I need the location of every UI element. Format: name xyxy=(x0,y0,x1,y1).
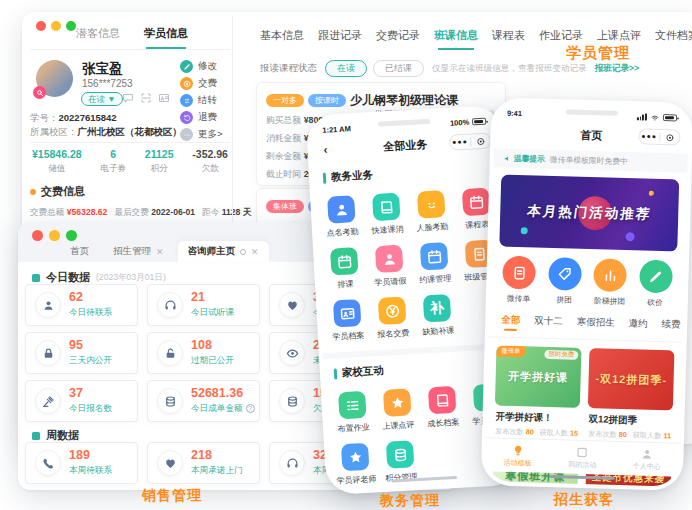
back-icon[interactable]: ‹ xyxy=(323,143,328,157)
stat-card-本周承诺上门[interactable]: 218本周承诺上门 xyxy=(147,442,260,484)
stat-card-本周待联系[interactable]: 189本周待联系 xyxy=(25,442,138,484)
scan-icon[interactable] xyxy=(140,92,152,104)
action-label: 交费 xyxy=(198,77,217,90)
exit-icon[interactable] xyxy=(660,132,680,142)
campaign-tab-续费[interactable]: 续费 xyxy=(661,318,680,336)
more-icon[interactable]: ●●● xyxy=(639,129,659,144)
stat-label: 今日试听课 xyxy=(191,307,234,319)
app-label: 上课点评 xyxy=(382,419,415,432)
tabbar-个人中心[interactable]: 个人中心 xyxy=(633,447,662,472)
filter-pill-在读[interactable]: 在读 xyxy=(325,60,367,77)
detail-tab-课程表[interactable]: 课程表 xyxy=(492,28,525,50)
app-学员请假[interactable]: 学员请假 xyxy=(366,244,413,288)
exit-icon[interactable] xyxy=(470,136,490,146)
wallet-stat: 21125积分 xyxy=(145,148,174,175)
action-label: 结转 xyxy=(198,94,217,107)
id-icon[interactable] xyxy=(158,92,170,104)
window-close-dot[interactable] xyxy=(32,230,43,241)
stat-label: 欠款 xyxy=(192,163,228,175)
action-退费[interactable]: 退费 xyxy=(180,109,232,126)
app-label: 学员请假 xyxy=(374,275,407,288)
detail-tab-基本信息[interactable]: 基本信息 xyxy=(260,28,304,50)
quick-砍价[interactable]: 砍价 xyxy=(638,259,672,308)
window-tab-首页[interactable]: 首页 xyxy=(60,241,99,262)
campaign-tab-寒假招生[interactable]: 寒假招生 xyxy=(576,316,614,334)
action-更多>[interactable]: 更多> xyxy=(180,126,232,143)
quick-阶梯拼团[interactable]: 阶梯拼团 xyxy=(593,258,627,307)
app-布置作业[interactable]: 布置作业 xyxy=(329,390,376,434)
app-缺勤补课[interactable]: 补缺勤补课 xyxy=(414,293,461,337)
course-badge: 集体班 xyxy=(266,200,304,213)
quick-拼团[interactable]: 拼团 xyxy=(547,257,581,306)
window-tab-招生管理[interactable]: 招生管理✕ xyxy=(103,241,174,262)
action-交费[interactable]: 交费 xyxy=(180,75,232,92)
app-上课点评[interactable]: 上课点评 xyxy=(374,388,421,432)
notice-bar[interactable]: 温馨提示 微传单模板限时免费中 xyxy=(494,148,688,172)
coins-icon xyxy=(279,388,305,414)
tabbar-我的活动[interactable]: 我的活动 xyxy=(568,445,597,470)
teal-bar-icon xyxy=(323,172,327,183)
student-no-row: 学号：20227615842 xyxy=(30,112,117,125)
status-time: 9:41 xyxy=(507,109,522,118)
app-快速课消[interactable]: 快速课消 xyxy=(363,192,410,236)
campaign-tab-邀约[interactable]: 邀约 xyxy=(628,317,647,335)
tabbar-活动模板[interactable]: 活动模板 xyxy=(503,443,532,468)
campaign-card-开学拼好课！[interactable]: 微传单限时免费开学拼好课开学拼好课！发布次数 80获取人数 15 xyxy=(494,345,582,438)
app-点名考勤[interactable]: 点名考勤 xyxy=(318,195,365,239)
info-icon[interactable]: ? xyxy=(246,404,255,413)
doc-icon xyxy=(502,256,536,290)
window-tab-咨询师主页[interactable]: 咨询师主页✕ xyxy=(178,241,269,262)
publish-count: 发布次数 80 xyxy=(495,426,534,437)
app-人脸考勤[interactable]: 人脸考勤 xyxy=(408,190,455,234)
detail-tab-班课信息[interactable]: 班课信息 xyxy=(434,28,478,50)
miniprogram-capsule[interactable]: ●●● xyxy=(449,132,492,150)
window-minimize-dot[interactable] xyxy=(49,230,60,241)
app-label: 学员档案 xyxy=(332,330,365,343)
stat-value: 6 xyxy=(101,148,127,160)
status-badge[interactable]: 在读 ▼ xyxy=(81,92,123,106)
recruit-phone-screen: 9:41 首页 ●●● xyxy=(485,101,690,486)
app-排课[interactable]: 排课 xyxy=(321,247,368,291)
action-修改[interactable]: 修改 xyxy=(180,58,232,75)
profile-tab-学员信息[interactable]: 学员信息 xyxy=(144,26,188,49)
promo-banner[interactable]: 本月热门活动推荐 xyxy=(499,175,679,252)
chat-icon[interactable] xyxy=(122,92,134,104)
stat-card-三天内公开[interactable]: 95三天内公开 xyxy=(25,332,138,374)
tab-close-icon[interactable]: ✕ xyxy=(251,247,259,257)
app-约课管理[interactable]: 约课管理 xyxy=(411,242,458,286)
more-icon[interactable]: ●●● xyxy=(450,135,470,150)
filter-pill-已结课[interactable]: 已结课 xyxy=(373,60,424,77)
magnifier-badge-icon[interactable] xyxy=(33,86,46,99)
stat-value: 108 xyxy=(191,339,234,352)
detail-tab-跟进记录[interactable]: 跟进记录 xyxy=(318,28,362,50)
campaign-title: 开学拼好课！ xyxy=(495,410,578,425)
detail-tab-文件档案[interactable]: 文件档案 xyxy=(655,28,692,50)
action-结转[interactable]: 结转 xyxy=(180,92,232,109)
profile-tab-潜客信息[interactable]: 潜客信息 xyxy=(76,26,120,49)
app-学员档案[interactable]: 学员档案 xyxy=(324,299,371,343)
filter-label: 报读课程状态 xyxy=(260,62,317,75)
app-label: 布置作业 xyxy=(337,422,370,435)
campaign-card-双12拼团季[interactable]: -双12拼团季-双12拼团季发布次数 80获取人数 11 xyxy=(587,348,675,441)
stat-card-今日报名数[interactable]: 37今日报名数 xyxy=(25,380,138,422)
app-学员评老师[interactable]: 学员评老师 xyxy=(332,442,379,486)
stat-card-今日待联系[interactable]: 62今日待联系 xyxy=(25,284,138,326)
app-报名交费[interactable]: 报名交费 xyxy=(369,296,416,340)
stat-card-今日试听课[interactable]: 21今日试听课 xyxy=(147,284,260,326)
campaign-tab-全部[interactable]: 全部 xyxy=(501,314,520,332)
stat-card-今日成单金额[interactable]: 52681.36今日成单金额? xyxy=(147,380,260,422)
campaign-tab-双十二[interactable]: 双十二 xyxy=(534,315,563,333)
calendar-icon xyxy=(420,242,448,270)
enroll-records-link[interactable]: 报班记录>> xyxy=(595,63,639,75)
detail-tab-交费记录[interactable]: 交费记录 xyxy=(376,28,420,50)
quick-label: 微传单 xyxy=(507,293,531,305)
quick-微传单[interactable]: 微传单 xyxy=(502,256,536,305)
app-成长档案[interactable]: 成长档案 xyxy=(419,385,466,429)
stat-card-过期已公开[interactable]: 108过期已公开 xyxy=(147,332,260,374)
wallet-stat: ¥15846.28储值 xyxy=(32,148,82,175)
miniprogram-capsule[interactable]: ●●● xyxy=(638,128,680,145)
tab-close-icon[interactable]: ✕ xyxy=(156,247,164,257)
quick-label: 拼团 xyxy=(556,294,572,305)
tabbar-label: 个人中心 xyxy=(633,461,661,472)
wallet-stats: ¥15846.28储值6电子券21125积分-352.96欠款 xyxy=(30,148,230,175)
